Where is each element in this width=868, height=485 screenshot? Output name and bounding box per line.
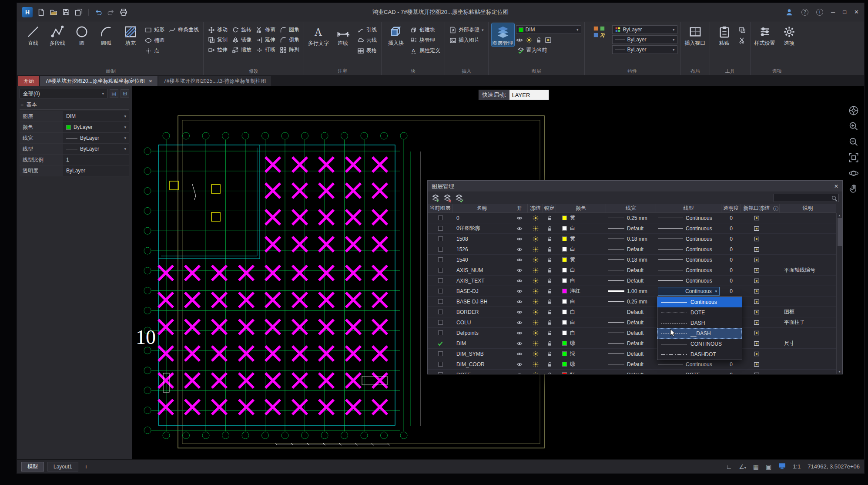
layer-freeze-cell[interactable]	[528, 309, 543, 315]
layer-lock-cell[interactable]	[543, 246, 556, 253]
stretch-button[interactable]: 拉伸	[207, 45, 229, 54]
scrollbar-thumb[interactable]	[838, 218, 842, 246]
tab-start[interactable]: 开始	[18, 76, 39, 86]
help-icon[interactable]: ?	[801, 9, 808, 16]
layer-on-cell[interactable]	[511, 236, 528, 242]
revision-cloud-button[interactable]: 云线	[356, 36, 378, 45]
column-header[interactable]: 透明度	[721, 204, 741, 212]
screen-mode-icon[interactable]	[778, 463, 786, 471]
layer-on-cell[interactable]	[511, 226, 528, 232]
layer-freeze-cell[interactable]	[528, 361, 543, 367]
orbit-icon[interactable]	[848, 168, 859, 179]
layer-on-cell[interactable]	[511, 372, 528, 375]
layer-lineweight-cell[interactable]: 0.25 mm	[606, 215, 656, 221]
set-current-layer-button[interactable]	[455, 194, 463, 202]
column-header[interactable]: 新视口冻结	[741, 204, 772, 212]
layer-freeze-cell[interactable]	[528, 288, 543, 294]
property-value[interactable]: ByLayer▾	[63, 133, 129, 143]
layer-on-cell[interactable]	[511, 309, 528, 315]
layer-lock-cell[interactable]	[543, 257, 556, 263]
layer-on-cell[interactable]	[511, 340, 528, 347]
layer-on-cell[interactable]	[511, 330, 528, 336]
layer-row[interactable]: DOTE红DefaultDOTE0	[428, 370, 836, 374]
layer-lock-cell[interactable]	[543, 351, 556, 357]
dialog-titlebar[interactable]: 图层管理 ✕	[428, 181, 842, 192]
trim-button[interactable]: 修剪	[255, 25, 277, 34]
layer-color-cell[interactable]: 白	[556, 319, 606, 326]
current-checkbox[interactable]	[438, 372, 443, 374]
hatch-button[interactable]: 填充	[119, 23, 142, 47]
vp-freeze-cell[interactable]	[741, 361, 772, 367]
layer-lock-cell[interactable]	[543, 372, 556, 375]
linetype-combobox[interactable]: Continuous▾	[658, 287, 720, 296]
viewport-toggle-icon[interactable]: ▣	[766, 463, 771, 470]
chamfer-button[interactable]: 倒角	[278, 35, 301, 44]
current-checkbox[interactable]	[438, 257, 443, 262]
current-checkbox[interactable]	[438, 278, 443, 283]
layer-search-input[interactable]	[774, 194, 839, 202]
layer-lineweight-cell[interactable]: 0.18 mm	[606, 257, 656, 263]
layer-row[interactable]: AXIS_TEXT白DefaultContinuous0	[428, 276, 836, 286]
ellipse-button[interactable]: 椭圆	[144, 36, 166, 45]
linetype-option[interactable]: DASHDOT	[657, 349, 742, 360]
layer-linetype-cell[interactable]: Continuous	[656, 226, 721, 232]
layer-color-cell[interactable]: 绿	[556, 350, 606, 357]
layer-thaw-icon[interactable]	[526, 37, 533, 44]
vp-freeze-cell[interactable]	[741, 320, 772, 326]
layer-row[interactable]: DIM绿DefaultContinuous0尺寸	[428, 338, 836, 349]
column-header[interactable]: 开	[511, 204, 528, 212]
layer-color-cell[interactable]: 红	[556, 371, 606, 374]
point-button[interactable]: 点	[144, 46, 166, 55]
current-checkbox[interactable]	[438, 247, 443, 252]
undo-button[interactable]	[94, 8, 103, 17]
property-value[interactable]: ByLayer▾	[63, 144, 129, 154]
column-header[interactable]: 当前图层	[428, 204, 453, 212]
layer-on-cell[interactable]	[511, 215, 528, 221]
selection-filter-combobox[interactable]: 全部(0)▾	[20, 89, 107, 98]
scale-button[interactable]: 缩放	[231, 45, 253, 54]
layer-lock-cell[interactable]	[543, 309, 556, 315]
current-layer-combobox[interactable]: DIM▾	[516, 25, 581, 34]
current-layer-cell[interactable]	[428, 310, 453, 314]
lineweight-combobox[interactable]: ByLayer▾	[612, 35, 677, 44]
layer-lineweight-cell[interactable]: Default	[606, 226, 656, 232]
vp-freeze-cell[interactable]	[741, 330, 772, 336]
vp-freeze-cell[interactable]	[741, 215, 772, 221]
layer-lineweight-cell[interactable]: Default	[606, 372, 656, 375]
layer-lock-cell[interactable]	[543, 226, 556, 232]
column-header[interactable]: 名称	[453, 204, 511, 212]
copy-button[interactable]: 复制	[207, 35, 229, 44]
layer-freeze-cell[interactable]	[528, 257, 543, 263]
current-layer-cell[interactable]	[428, 247, 453, 252]
layer-lineweight-cell[interactable]: Default	[606, 330, 656, 336]
layer-freeze-cell[interactable]	[528, 226, 543, 232]
copy-clip-button[interactable]	[737, 25, 747, 34]
layer-color-cell[interactable]: 洋红	[556, 287, 606, 295]
close-button[interactable]: ✕	[854, 9, 859, 15]
quick-launch-input[interactable]: LAYER	[509, 90, 549, 100]
vp-freeze-cell[interactable]	[741, 351, 772, 357]
current-layer-cell[interactable]	[428, 340, 453, 347]
layer-row[interactable]: COLU白DefaultContinuous0平面柱子	[428, 317, 836, 328]
zoom-extents-icon[interactable]	[848, 152, 859, 163]
layer-lineweight-cell[interactable]: 0.18 mm	[606, 236, 656, 242]
current-layer-cell[interactable]	[428, 278, 453, 283]
zoom-out-icon[interactable]	[848, 137, 859, 147]
options-button[interactable]: 选项	[778, 23, 801, 47]
current-layer-cell[interactable]	[428, 372, 453, 374]
layer-row[interactable]: 0黄0.25 mmContinuous0	[428, 213, 836, 223]
layer-on-cell[interactable]	[511, 288, 528, 294]
layer-freeze-cell[interactable]	[528, 236, 543, 242]
layer-row[interactable]: 1508黄0.18 mmContinuous0	[428, 234, 836, 244]
ortho-toggle-icon[interactable]: ∟	[726, 463, 732, 470]
layer-color-cell[interactable]: 白	[556, 246, 606, 253]
current-layer-cell[interactable]	[428, 216, 453, 220]
attribute-define-button[interactable]: A属性定义	[409, 46, 442, 55]
linetype-combobox-ribbon[interactable]: ByLayer▾	[612, 45, 677, 54]
property-value[interactable]: ByLayer	[63, 165, 129, 176]
linetype-option[interactable]: DOTE	[657, 307, 742, 318]
layer-transparency-cell[interactable]: 0	[721, 278, 741, 284]
current-checkbox[interactable]	[438, 351, 443, 356]
layer-freeze-cell[interactable]	[528, 215, 543, 221]
array-button[interactable]: 阵列	[278, 45, 301, 54]
